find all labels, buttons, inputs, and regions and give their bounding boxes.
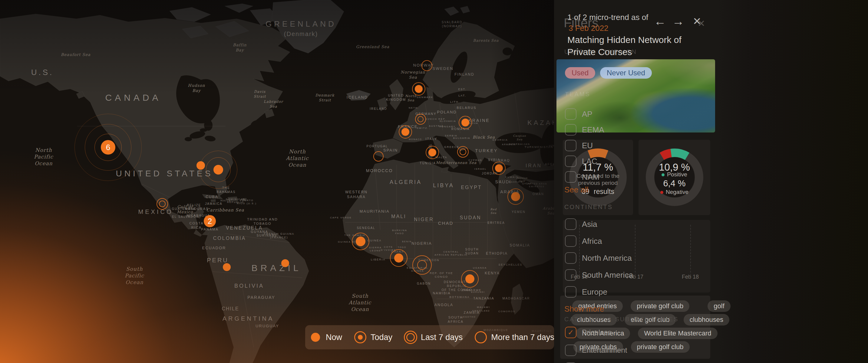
marker-ring xyxy=(461,270,479,288)
next-trend-button[interactable]: → xyxy=(672,15,684,27)
marker-dot xyxy=(281,259,289,267)
micro-trend-pager-label: 1 of 2 micro-trend as of xyxy=(567,13,648,22)
marker-ring xyxy=(373,151,383,162)
marker-ring xyxy=(399,125,412,138)
marker-ring xyxy=(457,146,469,158)
legend-label: Now xyxy=(326,333,342,342)
app-screen: U.S.CANADAUNITED STATESMEXICOBRAZILARGEN… xyxy=(0,0,868,363)
legend-label: Last 7 days xyxy=(421,333,463,342)
marker-ring xyxy=(426,146,439,159)
marker-ring xyxy=(422,60,432,71)
previous-trend-button[interactable]: ← xyxy=(654,15,666,27)
marker-ring xyxy=(507,189,524,205)
close-overlay-button[interactable]: ✕ xyxy=(693,15,702,27)
micro-trend-date: 3 Feb 2022 xyxy=(568,24,609,33)
legend-item-dot-ring: Today xyxy=(354,331,392,343)
right-panel: 11,7 % Compared to theprevious period 39… xyxy=(554,0,868,363)
marker-ring xyxy=(459,116,472,129)
legend-item-solid: Now xyxy=(309,331,342,343)
legend-ring-icon xyxy=(475,331,487,343)
legend-solid-icon xyxy=(309,331,321,343)
legend-label: Today xyxy=(371,333,392,342)
marker-count-label: 6 xyxy=(106,143,110,152)
marker-ring xyxy=(492,162,505,175)
marker-ring xyxy=(412,82,425,96)
map-markers: 62 xyxy=(0,0,565,363)
marker-dot xyxy=(223,263,231,271)
marker-count-label: 2 xyxy=(208,217,212,226)
marker-ring xyxy=(352,233,369,250)
marker-ring xyxy=(415,114,426,125)
world-map[interactable]: U.S.CANADAUNITED STATESMEXICOBRAZILARGEN… xyxy=(0,0,565,363)
marker-ring xyxy=(199,151,237,189)
map-recency-legend: NowTodayLast 7 daysMore than 7 days ago xyxy=(305,325,554,350)
marker-ring xyxy=(412,255,432,275)
marker-ring xyxy=(390,249,407,267)
micro-trend-title: Matching Hidden Network of Private Cours… xyxy=(567,34,707,58)
marker-ring xyxy=(157,198,168,210)
legend-double-ring-icon xyxy=(404,331,416,343)
legend-item-double-ring: Last 7 days xyxy=(404,331,463,343)
overlay-header-layer: 1 of 2 micro-trend as of 3 Feb 2022 ← → … xyxy=(554,0,868,363)
legend-dot-ring-icon xyxy=(354,331,366,343)
